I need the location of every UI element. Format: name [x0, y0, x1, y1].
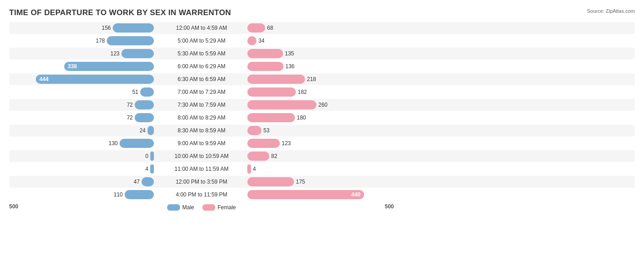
- male-value: 0: [135, 153, 148, 159]
- female-bar: [247, 113, 295, 122]
- male-bar: [113, 23, 154, 33]
- right-bar-wrap: 136: [247, 62, 394, 71]
- table-row: 4446:30 AM to 6:59 AM218: [9, 73, 635, 85]
- right-section: 260: [247, 100, 394, 109]
- left-section: 4: [9, 164, 156, 174]
- chart-title: TIME OF DEPARTURE TO WORK BY SEX IN WARR…: [9, 8, 635, 17]
- left-section: 47: [9, 177, 156, 186]
- female-value: 34: [258, 38, 272, 44]
- female-bar: [247, 36, 257, 45]
- male-bar: [121, 49, 154, 58]
- right-section: 440: [247, 190, 394, 199]
- female-bar: [247, 62, 284, 71]
- female-bar: [247, 126, 262, 135]
- left-bar-wrap: 51: [9, 87, 154, 97]
- left-section: 338: [9, 62, 156, 71]
- left-bar-wrap: 0: [9, 152, 154, 161]
- left-section: 0: [9, 152, 156, 161]
- female-value: 136: [285, 63, 299, 70]
- right-bar-wrap: 182: [247, 87, 394, 97]
- female-bar: [247, 152, 269, 161]
- male-value: 47: [126, 179, 140, 185]
- time-label: 9:00 AM to 9:59 AM: [156, 140, 247, 147]
- female-bar: [247, 177, 294, 186]
- male-value: 123: [106, 50, 120, 57]
- table-row: 1785:00 AM to 5:29 AM34: [9, 35, 635, 47]
- left-bar-wrap: 444: [9, 75, 154, 84]
- legend-female-box: [202, 204, 215, 211]
- male-value: 130: [104, 140, 118, 147]
- left-bar-wrap: 338: [9, 62, 154, 71]
- left-bar-wrap: 156: [9, 23, 154, 33]
- legend-male-label: Male: [182, 204, 194, 211]
- male-bar: 338: [64, 62, 154, 71]
- right-section: 53: [247, 126, 394, 135]
- male-bar: [107, 36, 154, 45]
- female-value: 123: [282, 140, 295, 147]
- legend-area: Male Female: [156, 204, 247, 211]
- male-bar: [120, 139, 154, 148]
- female-bar: [247, 100, 317, 109]
- male-bar: [140, 87, 154, 97]
- right-bar-wrap: 260: [247, 100, 394, 109]
- right-bar-wrap: 34: [247, 36, 394, 45]
- time-label: 12:00 PM to 3:59 PM: [156, 179, 247, 185]
- time-label: 5:30 AM to 5:59 AM: [156, 50, 247, 57]
- right-section: 175: [247, 177, 394, 186]
- left-section: 72: [9, 113, 156, 122]
- left-bar-wrap: 4: [9, 164, 154, 174]
- left-section: 178: [9, 36, 156, 45]
- table-row: 517:00 AM to 7:29 AM182: [9, 86, 635, 98]
- legend-male-box: [167, 204, 180, 211]
- left-section: 24: [9, 126, 156, 135]
- axis-val-left: 500: [9, 203, 18, 210]
- time-label: 7:30 AM to 7:59 AM: [156, 102, 247, 108]
- table-row: 010:00 AM to 10:59 AM82: [9, 150, 635, 162]
- left-section: 130: [9, 139, 156, 148]
- male-value: 24: [132, 127, 146, 134]
- right-section: 123: [247, 139, 394, 148]
- table-row: 1235:30 AM to 5:59 AM135: [9, 48, 635, 60]
- male-value: 156: [97, 25, 111, 31]
- right-bar-wrap: 218: [247, 75, 394, 84]
- left-bar-wrap: 24: [9, 126, 154, 135]
- male-value: 4: [135, 166, 148, 172]
- right-section: 135: [247, 49, 394, 58]
- left-section: 156: [9, 23, 156, 33]
- right-bar-wrap: 123: [247, 139, 394, 148]
- female-value: 82: [271, 153, 285, 159]
- female-value: 260: [318, 102, 332, 108]
- female-bar: [247, 87, 296, 97]
- right-section: 180: [247, 113, 394, 122]
- male-bar: [147, 126, 154, 135]
- table-row: 1104:00 PM to 11:59 PM440: [9, 189, 635, 201]
- time-label: 4:00 PM to 11:59 PM: [156, 191, 247, 198]
- female-value: 53: [263, 127, 277, 134]
- right-section: 136: [247, 62, 394, 71]
- left-section: 444: [9, 75, 156, 84]
- axis-val-right: 500: [385, 203, 394, 210]
- right-section: 34: [247, 36, 394, 45]
- left-bar-wrap: 123: [9, 49, 154, 58]
- time-label: 6:30 AM to 6:59 AM: [156, 76, 247, 82]
- legend-female: Female: [202, 204, 236, 211]
- right-section: 4: [247, 164, 394, 174]
- left-bar-wrap: 130: [9, 139, 154, 148]
- female-bar: [247, 23, 265, 33]
- left-bar-wrap: 72: [9, 113, 154, 122]
- male-bar: [150, 164, 154, 174]
- male-value: 178: [91, 38, 105, 44]
- female-bar: [247, 164, 251, 174]
- male-value: 51: [125, 89, 138, 95]
- table-row: 728:00 AM to 8:29 AM180: [9, 112, 635, 124]
- legend-male: Male: [167, 204, 194, 211]
- male-value: 110: [109, 191, 123, 198]
- table-row: 248:30 AM to 8:59 AM53: [9, 125, 635, 136]
- left-section: 123: [9, 49, 156, 58]
- female-value: 182: [298, 89, 311, 95]
- male-bar: 444: [36, 75, 154, 84]
- right-section: 68: [247, 23, 394, 33]
- right-bar-wrap: 68: [247, 23, 394, 33]
- time-label: 6:00 AM to 6:29 AM: [156, 63, 247, 70]
- left-bar-wrap: 178: [9, 36, 154, 45]
